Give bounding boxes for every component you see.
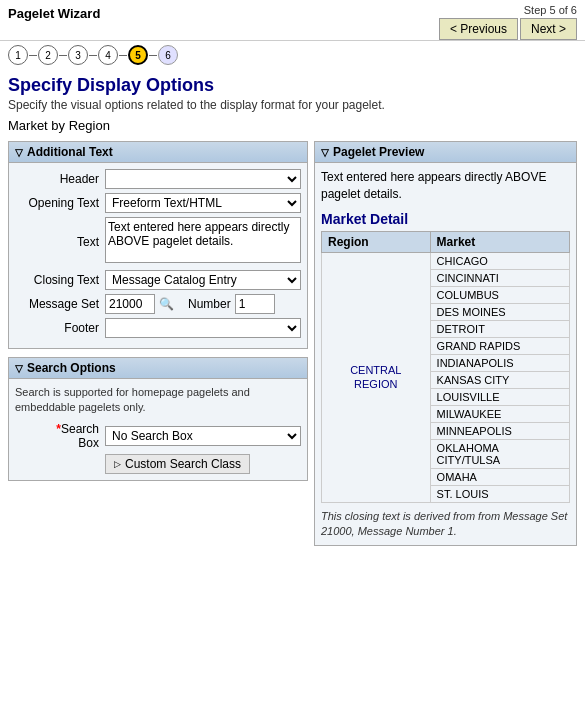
market-cell: COLUMBUS (430, 286, 569, 303)
market-cell: MINNEAPOLIS (430, 422, 569, 439)
market-cell: OMAHA (430, 468, 569, 485)
page-title: Specify Display Options (0, 69, 585, 98)
search-options-header: ▽ Search Options (9, 358, 307, 379)
expand-icon: ▷ (114, 459, 121, 469)
search-options-title: Search Options (27, 361, 116, 375)
market-cell: INDIANAPOLIS (430, 354, 569, 371)
dash-3 (89, 55, 97, 56)
search-box-row: *SearchBox No Search Box (15, 422, 301, 450)
triangle-icon: ▽ (15, 147, 23, 158)
step-2[interactable]: 2 (38, 45, 58, 65)
dash-4 (119, 55, 127, 56)
opening-text-control: Freeform Text/HTML (105, 193, 301, 213)
search-info-text: Search is supported for homepage pagelet… (15, 385, 301, 416)
pagelet-preview-body: Text entered here appears directly ABOVE… (315, 163, 576, 545)
footer-control (105, 318, 301, 338)
market-label: Market by Region (0, 116, 585, 141)
top-bar-right: Step 5 of 6 < Previous Next > (439, 4, 577, 40)
market-detail-title: Market Detail (321, 211, 570, 227)
closing-text-row: Closing Text Message Catalog Entry (15, 270, 301, 290)
region-cell: CENTRAL REGION (322, 252, 431, 502)
pagelet-preview-title: Pagelet Preview (333, 145, 424, 159)
search-box-label: *SearchBox (15, 422, 105, 450)
number-label: Number (188, 297, 231, 311)
left-panel: ▽ Additional Text Header Opening Text (8, 141, 308, 554)
previous-button[interactable]: < Previous (439, 18, 518, 40)
opening-text-label: Opening Text (15, 196, 105, 210)
additional-text-section: ▽ Additional Text Header Opening Text (8, 141, 308, 349)
page-subtitle: Specify the visual options related to th… (0, 98, 585, 116)
search-options-section: ▽ Search Options Search is supported for… (8, 357, 308, 481)
closing-text-select[interactable]: Message Catalog Entry (105, 270, 301, 290)
message-set-label: Message Set (15, 297, 105, 311)
table-row: CENTRAL REGIONCHICAGO (322, 252, 570, 269)
dash-2 (59, 55, 67, 56)
pagelet-preview-section: ▽ Pagelet Preview Text entered here appe… (314, 141, 577, 546)
region-header: Region (322, 231, 431, 252)
search-box-control: No Search Box (105, 426, 301, 446)
opening-text-select[interactable]: Freeform Text/HTML (105, 193, 301, 213)
market-cell: KANSAS CITY (430, 371, 569, 388)
closing-text-label: Closing Text (15, 273, 105, 287)
market-cell: CHICAGO (430, 252, 569, 269)
closing-text-note: This closing text is derived from from M… (321, 509, 570, 540)
right-panel: ▽ Pagelet Preview Text entered here appe… (314, 141, 577, 554)
text-label: Text (15, 235, 105, 249)
additional-text-header: ▽ Additional Text (9, 142, 307, 163)
wizard-title: Pagelet Wizard (8, 4, 100, 21)
closing-text-control: Message Catalog Entry (105, 270, 301, 290)
dash-5 (149, 55, 157, 56)
search-box-select[interactable]: No Search Box (105, 426, 301, 446)
lookup-icon[interactable]: 🔍 (159, 297, 174, 311)
header-select[interactable] (105, 169, 301, 189)
step-indicators: 1 2 3 4 5 6 (0, 41, 585, 69)
footer-select[interactable] (105, 318, 301, 338)
step-5-active[interactable]: 5 (128, 45, 148, 65)
market-header: Market (430, 231, 569, 252)
market-cell: CINCINNATI (430, 269, 569, 286)
pagelet-preview-header: ▽ Pagelet Preview (315, 142, 576, 163)
custom-search-label: Custom Search Class (125, 457, 241, 471)
market-cell: OKLAHOMA CITY/TULSA (430, 439, 569, 468)
market-cell: ST. LOUIS (430, 485, 569, 502)
market-cell: DETROIT (430, 320, 569, 337)
search-box-label-text: SearchBox (61, 422, 99, 450)
custom-search-button[interactable]: ▷ Custom Search Class (105, 454, 250, 474)
additional-text-title: Additional Text (27, 145, 113, 159)
triangle-icon-3: ▽ (321, 147, 329, 158)
table-header-row: Region Market (322, 231, 570, 252)
step-1[interactable]: 1 (8, 45, 28, 65)
market-cell: LOUISVILLE (430, 388, 569, 405)
header-label: Header (15, 172, 105, 186)
step-6[interactable]: 6 (158, 45, 178, 65)
search-options-body: Search is supported for homepage pagelet… (9, 379, 307, 480)
opening-text-row: Opening Text Freeform Text/HTML (15, 193, 301, 213)
top-bar: Pagelet Wizard Step 5 of 6 < Previous Ne… (0, 0, 585, 41)
header-control (105, 169, 301, 189)
text-area-wrapper: Text entered here appears directly ABOVE… (105, 217, 301, 266)
market-cell: MILWAUKEE (430, 405, 569, 422)
step-3[interactable]: 3 (68, 45, 88, 65)
number-input[interactable] (235, 294, 275, 314)
step-4[interactable]: 4 (98, 45, 118, 65)
triangle-icon-2: ▽ (15, 363, 23, 374)
market-cell: DES MOINES (430, 303, 569, 320)
next-button[interactable]: Next > (520, 18, 577, 40)
preview-text: Text entered here appears directly ABOVE… (321, 169, 570, 203)
step-info: Step 5 of 6 (524, 4, 577, 16)
message-set-input[interactable] (105, 294, 155, 314)
header-row: Header (15, 169, 301, 189)
footer-row: Footer (15, 318, 301, 338)
footer-label: Footer (15, 321, 105, 335)
market-cell: GRAND RAPIDS (430, 337, 569, 354)
main-content: ▽ Additional Text Header Opening Text (0, 141, 585, 554)
message-set-value: 🔍 Number (105, 294, 275, 314)
dash-1 (29, 55, 37, 56)
market-table: Region Market CENTRAL REGIONCHICAGOCINCI… (321, 231, 570, 503)
additional-text-body: Header Opening Text Freeform Text/HTML (9, 163, 307, 348)
text-row: Text Text entered here appears directly … (15, 217, 301, 266)
nav-buttons: < Previous Next > (439, 18, 577, 40)
message-set-row: Message Set 🔍 Number (15, 294, 301, 314)
text-textarea[interactable]: Text entered here appears directly ABOVE… (105, 217, 301, 263)
